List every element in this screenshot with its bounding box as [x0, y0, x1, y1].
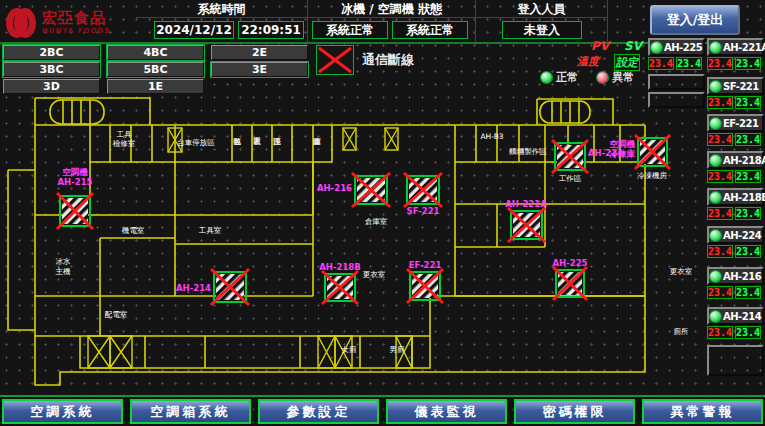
- unit-name: AH-218A: [723, 155, 765, 166]
- nav-password-button[interactable]: 密碼權限: [514, 399, 635, 424]
- unit-name-row: AH-218B: [707, 188, 764, 206]
- nav-meter-monitor-button[interactable]: 儀表監視: [386, 399, 507, 424]
- room-label: 機電室: [122, 226, 145, 235]
- room-label: 主機: [56, 267, 72, 276]
- device-tag-label: AH-221A: [505, 199, 547, 209]
- ahu-device-comm-fail[interactable]: [508, 208, 545, 242]
- system-time-title: 系統時間: [136, 1, 307, 18]
- unit-panel-AH-214[interactable]: AH-21423.423.4: [707, 307, 764, 339]
- unit-panel-SF-221[interactable]: SF-22123.423.4: [707, 77, 764, 109]
- unit-sv-value: 23.4: [735, 286, 761, 299]
- unit-status-led-icon: [710, 271, 721, 282]
- nav-ac-system-button[interactable]: 空調系統: [2, 399, 123, 424]
- unit-name: AH-225: [664, 42, 702, 53]
- ahu-device-comm-fail[interactable]: [352, 173, 390, 207]
- unit-pv-value: 23.4: [707, 326, 733, 339]
- unit-name-row: AH-224: [707, 226, 764, 244]
- device-tag-label: 冷凍庫: [610, 149, 636, 159]
- unit-pv-value: 23.4: [648, 57, 674, 70]
- unit-name: AH-216: [723, 271, 761, 282]
- unit-sv-value: 23.4: [735, 96, 761, 109]
- unit-status-led-icon: [710, 155, 721, 166]
- unit-panel-AH-224[interactable]: AH-22423.423.4: [707, 226, 764, 258]
- unit-name-row: EF-221: [707, 114, 764, 132]
- room-label: 更衣室: [670, 267, 693, 276]
- unit-name: AH-221A: [723, 42, 765, 53]
- ahu-status: 系統正常: [392, 21, 468, 39]
- login-logout-button[interactable]: 登入/登出: [650, 5, 740, 35]
- company-logo: 宏亞食品 HUNYA FOODS: [6, 4, 134, 42]
- unit-panel-AH-225[interactable]: AH-22523.423.4: [648, 38, 705, 70]
- logo-ring-icon: [14, 8, 36, 38]
- unit-values: 23.423.4: [707, 326, 764, 339]
- nav-alarm-button[interactable]: 異常警報: [642, 399, 763, 424]
- unit-name-row: SF-221: [707, 77, 764, 95]
- chiller-status: 系統正常: [312, 21, 388, 39]
- ahu-device-comm-fail[interactable]: [57, 193, 93, 229]
- unit-panel-EF-221[interactable]: EF-22123.423.4: [707, 114, 764, 146]
- device-tag-label: AH-216: [317, 183, 352, 193]
- unit-values: 23.423.4: [707, 133, 764, 146]
- ahu-device-comm-fail[interactable]: [211, 269, 249, 305]
- ahu-device-comm-fail[interactable]: [553, 267, 587, 300]
- unit-values: 23.423.4: [707, 170, 764, 183]
- unit-status-led-icon: [710, 230, 721, 241]
- unit-status-led-icon: [710, 192, 721, 203]
- room-label: 女廁: [342, 345, 358, 354]
- unit-values: 23.423.4: [707, 57, 764, 70]
- unit-panel-AH-218A[interactable]: AH-218A23.423.4: [707, 151, 764, 183]
- unit-sv-value: 23.4: [735, 326, 761, 339]
- unit-pv-value: 23.4: [707, 170, 733, 183]
- room-label: 倉庫室: [365, 217, 388, 226]
- unit-name-row: AH-225: [648, 38, 705, 56]
- unit-name: EF-221: [723, 118, 758, 129]
- room-label: 配電室: [105, 310, 128, 319]
- ahu-device-comm-fail[interactable]: [407, 269, 443, 303]
- unit-pv-value: 23.4: [707, 207, 733, 220]
- unit-pv-value: 23.4: [707, 133, 733, 146]
- device-tag-label: 空調機: [610, 139, 636, 149]
- floor-plan: 空調機AH-215AH-214AH-216SF-221AH-221AAH-224…: [0, 44, 707, 395]
- unit-panel-AH-216[interactable]: AH-21623.423.4: [707, 267, 764, 299]
- room-label: 廁所: [674, 327, 690, 336]
- unit-name-row: AH-221A: [707, 38, 764, 56]
- unit-values: 23.423.4: [707, 286, 764, 299]
- ahu-device-comm-fail[interactable]: [404, 173, 442, 207]
- unit-values: 23.423.4: [648, 57, 705, 70]
- unit-name-row: AH-218A: [707, 151, 764, 169]
- unit-name: SF-221: [723, 81, 759, 92]
- room-label: 冰水: [56, 257, 72, 266]
- room-label: 台車停放區: [177, 138, 215, 147]
- nav-parameter-button[interactable]: 參數設定: [258, 399, 379, 424]
- device-tag-label: AH-214: [176, 283, 211, 293]
- system-time-section: 系統時間 2024/12/12 22:09:51: [136, 0, 308, 42]
- ahu-device-comm-fail[interactable]: [322, 271, 358, 304]
- room-label: 男廁: [390, 345, 406, 354]
- elevator-icon: [88, 128, 412, 368]
- unit-panel-AH-218B[interactable]: AH-218B23.423.4: [707, 188, 764, 220]
- ahu-device-comm-fail[interactable]: [552, 140, 588, 173]
- login-section: 登入人員 未登入: [476, 0, 608, 42]
- unit-sv-value: 23.4: [735, 57, 761, 70]
- ahu-device-comm-fail[interactable]: [635, 135, 670, 169]
- unit-name: AH-224: [723, 230, 761, 241]
- room-label: 檢修室: [113, 139, 136, 148]
- login-user-display: 未登入: [502, 21, 582, 39]
- time-display: 22:09:51: [238, 21, 304, 39]
- login-title: 登入人員: [476, 1, 607, 18]
- unit-pv-value: 23.4: [707, 57, 733, 70]
- date-display: 2024/12/12: [154, 21, 234, 39]
- unit-sv-value: 23.4: [735, 133, 761, 146]
- unit-panel-AH-221A[interactable]: AH-221A23.423.4: [707, 38, 764, 70]
- unit-sv-value: 23.4: [735, 170, 761, 183]
- empty-panel: [648, 74, 705, 90]
- room-label: 工作區: [559, 174, 582, 183]
- walls: [8, 98, 645, 385]
- unit-sv-value: 23.4: [735, 245, 761, 258]
- device-tag-label: EF-221: [409, 260, 442, 270]
- room-label: AH-B3: [480, 132, 503, 141]
- brand-name: 宏亞食品: [42, 11, 110, 26]
- nav-ahu-system-button[interactable]: 空調箱系統: [130, 399, 251, 424]
- machine-status-title: 冰機 / 空調機 狀態: [308, 1, 475, 18]
- device-tag-label: 空調機: [62, 167, 88, 177]
